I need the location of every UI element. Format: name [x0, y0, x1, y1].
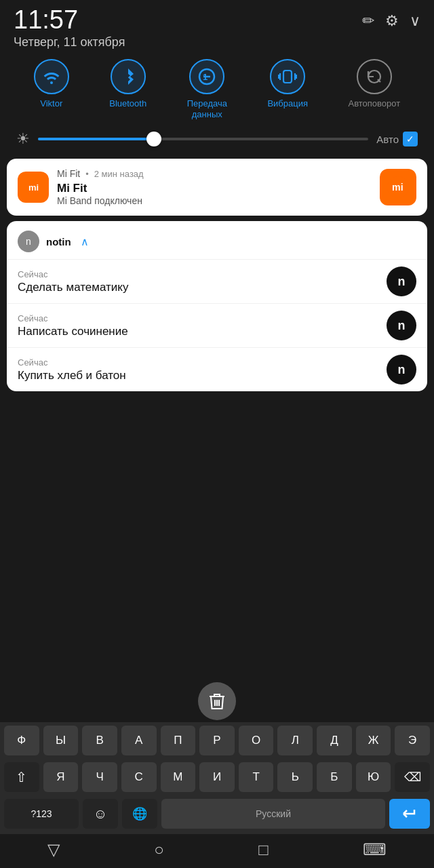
key-f[interactable]: Ф: [4, 726, 39, 755]
brightness-auto: Авто ✓: [376, 132, 418, 146]
key-d[interactable]: Д: [317, 726, 352, 755]
notin-item-2-icon: n: [387, 355, 416, 384]
key-v[interactable]: В: [82, 726, 117, 755]
status-bar: 11:57 Четверг, 11 октября ✏ ⚙ ∨: [0, 0, 434, 52]
svg-text:mi: mi: [28, 182, 39, 193]
keyboard-row-1: Ф Ы В А П Р О Л Д Ж Э: [0, 722, 434, 759]
notin-item-1-title: Написать сочинение: [18, 325, 387, 338]
key-enter[interactable]: [389, 799, 430, 829]
key-num-switch[interactable]: ?123: [4, 799, 79, 829]
notin-item-2[interactable]: Сейчас Купить хлеб и батон n: [7, 348, 427, 391]
settings-icon[interactable]: ⚙: [385, 12, 399, 30]
brightness-slider[interactable]: [38, 138, 368, 140]
key-l[interactable]: Л: [277, 726, 313, 755]
quick-tile-data[interactable]: 1 Передачаданных: [187, 59, 227, 119]
key-ch[interactable]: Ч: [82, 762, 117, 792]
notin-notification-card: n notin ∧ Сейчас Сделать математику n Се…: [7, 221, 427, 391]
notin-item-1[interactable]: Сейчас Написать сочинение n: [7, 304, 427, 348]
quick-tile-vibration[interactable]: Вибрация: [267, 59, 308, 119]
key-r[interactable]: Р: [199, 726, 235, 755]
data-tile-label: Передачаданных: [187, 98, 227, 119]
brightness-row: ☀ Авто ✓: [14, 130, 420, 148]
vibration-tile-icon: [270, 59, 305, 94]
quick-tiles-row: Viktor Bluetooth 1 Передачаданных: [14, 59, 420, 119]
notin-item-0-title: Сделать математику: [18, 281, 387, 294]
key-i[interactable]: И: [199, 762, 235, 792]
notin-item-1-text: Сейчас Написать сочинение: [18, 313, 387, 338]
trash-button-container: [198, 682, 236, 720]
key-s[interactable]: С: [121, 762, 157, 792]
key-backspace[interactable]: ⌫: [395, 762, 430, 792]
key-zh[interactable]: Ж: [356, 726, 391, 755]
trash-button[interactable]: [198, 682, 236, 720]
mifit-notification-content: Mi Fit • 2 мин назад Mi Fit Mi Band подк…: [57, 168, 372, 206]
nav-keyboard-button[interactable]: ⌨: [349, 835, 400, 865]
brightness-auto-label: Авто: [376, 134, 399, 145]
notin-app-name: notin: [46, 236, 71, 248]
mifit-notification-time: 2 мин назад: [94, 169, 144, 179]
svg-point-0: [50, 81, 53, 84]
brightness-auto-checkbox[interactable]: ✓: [403, 132, 418, 146]
key-p[interactable]: П: [161, 726, 196, 755]
mifit-notification-card[interactable]: mi Mi Fit • 2 мин назад Mi Fit Mi Band п…: [7, 159, 427, 216]
brightness-icon: ☀: [16, 130, 30, 148]
key-m[interactable]: М: [161, 762, 196, 792]
key-yu[interactable]: Ю: [356, 762, 391, 792]
quick-tile-wifi[interactable]: Viktor: [34, 59, 69, 119]
key-space[interactable]: Русский: [161, 799, 385, 829]
key-shift[interactable]: ⇧: [4, 762, 39, 792]
keyboard: Ф Ы В А П Р О Л Д Ж Э ⇧ Я Ч С М И Т Ь Б …: [0, 722, 434, 834]
notin-item-0-icon: n: [387, 267, 416, 296]
mifit-notification-body: Mi Band подключен: [57, 195, 372, 206]
nav-home-button[interactable]: ○: [140, 835, 178, 865]
notin-item-2-time: Сейчас: [18, 357, 387, 368]
mifit-app-small-icon: mi: [18, 172, 49, 203]
key-o[interactable]: О: [239, 726, 274, 755]
notin-item-0[interactable]: Сейчас Сделать математику n: [7, 260, 427, 304]
bluetooth-tile-icon: [111, 59, 146, 94]
rotation-tile-label: Автоповорот: [348, 98, 400, 109]
status-icons: ✏ ⚙ ∨: [362, 7, 420, 30]
rotation-tile-icon: [357, 59, 392, 94]
edit-icon: ✏: [362, 12, 374, 30]
notin-avatar: n: [18, 231, 39, 252]
svg-text:mi: mi: [392, 182, 403, 193]
notin-item-1-time: Сейчас: [18, 313, 387, 323]
key-y[interactable]: Ы: [43, 726, 79, 755]
key-t[interactable]: Т: [239, 762, 274, 792]
quick-tile-rotation[interactable]: Автоповорот: [348, 59, 400, 119]
expand-icon[interactable]: ∨: [410, 12, 420, 30]
data-tile-icon: 1: [189, 59, 224, 94]
notin-item-0-text: Сейчас Сделать математику: [18, 269, 387, 294]
quick-tile-bluetooth[interactable]: Bluetooth: [109, 59, 146, 119]
nav-back-button[interactable]: ▽: [34, 835, 73, 865]
notin-expand-icon[interactable]: ∧: [81, 235, 89, 248]
key-ya[interactable]: Я: [43, 762, 79, 792]
bluetooth-tile-label: Bluetooth: [109, 98, 146, 109]
nav-recents-button[interactable]: □: [245, 835, 282, 865]
wifi-tile-icon: [34, 59, 69, 94]
mifit-app-name: Mi Fit: [57, 168, 80, 179]
notin-item-2-title: Купить хлеб и батон: [18, 369, 387, 382]
notin-item-1-icon: n: [387, 311, 416, 340]
navigation-bar: ▽ ○ □ ⌨: [0, 834, 434, 868]
quick-settings-panel: Viktor Bluetooth 1 Передачаданных: [0, 52, 434, 159]
brightness-thumb[interactable]: [146, 132, 161, 146]
key-e[interactable]: Э: [395, 726, 430, 755]
wifi-tile-label: Viktor: [40, 98, 62, 109]
key-globe[interactable]: 🌐: [122, 799, 157, 829]
status-time: 11:57: [14, 7, 125, 33]
key-soft[interactable]: Ь: [277, 762, 313, 792]
status-date: Четверг, 11 октября: [14, 35, 125, 50]
keyboard-bottom-row: ?123 ☺ 🌐 Русский: [0, 795, 434, 834]
key-emoji[interactable]: ☺: [83, 799, 118, 829]
mifit-notification-header: Mi Fit • 2 мин назад: [57, 168, 372, 179]
mifit-large-icon: mi: [380, 169, 416, 205]
key-b[interactable]: Б: [317, 762, 352, 792]
notifications-area: mi Mi Fit • 2 мин назад Mi Fit Mi Band п…: [0, 159, 434, 391]
svg-rect-4: [283, 71, 292, 83]
key-a[interactable]: А: [121, 726, 157, 755]
keyboard-row-2: ⇧ Я Ч С М И Т Ь Б Ю ⌫: [0, 759, 434, 795]
brightness-fill: [38, 138, 154, 140]
notin-item-2-text: Сейчас Купить хлеб и батон: [18, 357, 387, 382]
